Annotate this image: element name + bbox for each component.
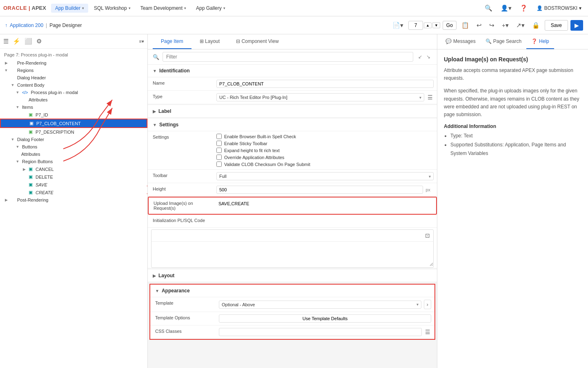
- undo-btn[interactable]: ↩: [474, 20, 484, 31]
- plsql-code-textarea[interactable]: [151, 242, 433, 266]
- p7-desc-icon: ▣: [29, 129, 33, 135]
- layout-header[interactable]: ▶ Layout: [148, 269, 437, 282]
- tree-item-dialog-header[interactable]: Dialog Header: [0, 74, 147, 81]
- tab-help[interactable]: ❓ Help: [526, 34, 554, 49]
- tree-item-delete[interactable]: ▣ DELETE: [0, 173, 147, 181]
- name-input[interactable]: [216, 80, 434, 88]
- lock-btn[interactable]: 🔒: [530, 20, 542, 31]
- spell-check-input[interactable]: [216, 134, 222, 139]
- tab-layout[interactable]: ⊞ Layout: [192, 34, 228, 49]
- layout-icon: ⊞: [200, 38, 204, 44]
- page-number-input[interactable]: [408, 21, 423, 30]
- tree-item-regions[interactable]: ▼ Regions: [0, 67, 147, 74]
- template-select-arrow: ▾: [416, 302, 419, 307]
- save-button[interactable]: Save: [545, 20, 568, 31]
- nav-sql-workshop[interactable]: SQL Workshop ▾: [90, 4, 135, 13]
- breadcrumb-app-link[interactable]: Application 200: [10, 22, 43, 28]
- nav-app-gallery[interactable]: App Gallery ▾: [192, 4, 229, 13]
- delete-icon: ▣: [29, 174, 33, 180]
- add-btn[interactable]: +▾: [499, 20, 511, 31]
- regions-caret: ▼: [3, 68, 9, 72]
- dialog-footer-label: Dialog Footer: [17, 137, 44, 142]
- sticky-toolbar-input[interactable]: [216, 141, 222, 146]
- nav-app-builder[interactable]: App Builder ▾: [51, 4, 88, 13]
- tree-item-p7-description[interactable]: ▣ P7_DESCRIPTION: [0, 128, 147, 136]
- tree-item-attributes[interactable]: Attributes: [0, 96, 147, 103]
- tree-item-p7-id[interactable]: ▣ P7_ID: [0, 111, 147, 119]
- tab-page-item[interactable]: Page Item: [153, 34, 192, 49]
- tab-component-view[interactable]: ⊟ Component View: [228, 34, 287, 49]
- additional-info-item-0: Type: Text: [450, 132, 581, 141]
- settings-header[interactable]: ▼ Settings: [148, 119, 437, 131]
- run-button[interactable]: ▶: [570, 20, 583, 31]
- override-app-input[interactable]: [216, 155, 222, 160]
- tree-view-btn[interactable]: ☰: [2, 36, 10, 47]
- code-area: ⊡: [151, 229, 434, 268]
- copy-page-btn[interactable]: 📋: [459, 20, 472, 31]
- p7-id-label: P7_ID: [36, 112, 48, 117]
- css-classes-label: CSS Classes: [150, 325, 216, 337]
- type-select[interactable]: UC - Rich Text Editor Pro [Plug-In] ▾: [216, 93, 424, 101]
- template-nav-btn[interactable]: ›: [424, 300, 431, 309]
- selection-btn[interactable]: ↗▾: [514, 20, 527, 31]
- appearance-title: Appearance: [162, 288, 190, 294]
- appearance-header[interactable]: ▼ Appearance: [150, 285, 434, 297]
- tab-page-search[interactable]: 🔍 Page Search: [481, 34, 526, 49]
- expand-code-btn[interactable]: ⊡: [423, 231, 432, 240]
- checkbox-override-app: Override Application Attributes: [216, 155, 434, 160]
- css-classes-list-btn[interactable]: ☰: [424, 328, 431, 336]
- page-up-btn[interactable]: ▲: [424, 22, 432, 28]
- user-menu-button[interactable]: 👤▾: [498, 3, 514, 13]
- name-value: [213, 77, 437, 90]
- css-classes-input[interactable]: [219, 328, 422, 336]
- help-para-2: When specified, the plug-in uploads imag…: [444, 87, 581, 119]
- help-button[interactable]: ❓: [517, 3, 530, 13]
- label-header[interactable]: ▶ Label: [148, 105, 437, 118]
- tree-item-cancel[interactable]: ▶ ▣ CANCEL: [0, 165, 147, 173]
- prop-row-toolbar: Toolbar Full ▾: [148, 170, 437, 183]
- toolbar-select[interactable]: Full ▾: [216, 172, 434, 180]
- tree-item-btn-attributes[interactable]: Attributes: [0, 150, 147, 158]
- tree-item-content-body[interactable]: ▼ Content Body: [0, 81, 147, 89]
- shared-view-btn[interactable]: ⬜: [23, 36, 34, 47]
- go-button[interactable]: Go: [443, 21, 457, 30]
- height-input[interactable]: [216, 186, 423, 194]
- type-label: Type: [148, 91, 213, 102]
- tree-item-p7-clob-content[interactable]: ▣ P7_CLOB_CONTENT: [0, 119, 147, 128]
- tree-item-dialog-footer[interactable]: ▼ Dialog Footer: [0, 136, 147, 143]
- scroll-up-arrow[interactable]: ↙: [416, 53, 424, 61]
- tree-item-pre-rendering[interactable]: ▶ Pre-Rendering: [0, 59, 147, 67]
- tree-item-save[interactable]: ▣ SAVE ◀: [0, 181, 147, 188]
- template-options-btn[interactable]: Use Template Defaults: [219, 314, 431, 323]
- type-list-btn[interactable]: ☰: [427, 93, 434, 101]
- template-select[interactable]: Optional - Above ▾: [219, 301, 421, 309]
- template-select-text: Optional - Above: [222, 302, 255, 307]
- scroll-arrows: ↙ ↘: [416, 53, 432, 61]
- sort-btn[interactable]: ≡▾: [138, 37, 146, 46]
- filter-input[interactable]: [163, 52, 413, 62]
- tree-item-region-buttons[interactable]: ▼ Region Buttons: [0, 158, 147, 165]
- identification-header[interactable]: ▼ Identification: [148, 65, 437, 77]
- settings-view-btn[interactable]: ⚙: [35, 36, 43, 47]
- upload-images-input[interactable]: [217, 200, 433, 207]
- tree-item-items[interactable]: ▼ Items: [0, 103, 147, 111]
- template-options-label: Template Options: [150, 312, 216, 323]
- expand-height-input[interactable]: [216, 148, 222, 153]
- new-page-icon[interactable]: 📄▾: [390, 20, 406, 31]
- page-down-btn[interactable]: ▼: [432, 22, 440, 28]
- username-button[interactable]: 👤 BOSTROWSKI ▾: [533, 4, 585, 13]
- component-icon: ⊟: [236, 38, 240, 44]
- tree-item-post-rendering[interactable]: ▶ Post-Rendering: [0, 196, 147, 204]
- tree-item-process-plugin[interactable]: ▼ </> Process plug-in - modal: [0, 89, 147, 96]
- toolbar-value: Full ▾: [213, 170, 437, 183]
- scroll-down-arrow[interactable]: ↘: [425, 53, 432, 61]
- label-caret: ▶: [153, 109, 156, 114]
- search-button[interactable]: 🔍: [482, 3, 495, 13]
- search-view-btn[interactable]: ⚡: [11, 36, 22, 47]
- tree-item-buttons[interactable]: ▼ Buttons: [0, 143, 147, 150]
- validate-clob-input[interactable]: [216, 162, 222, 167]
- redo-btn[interactable]: ↪: [487, 20, 497, 31]
- nav-team-development[interactable]: Team Development ▾: [136, 4, 190, 13]
- tab-messages[interactable]: 💬 Messages: [441, 34, 481, 49]
- tree-item-create[interactable]: ▣ CREATE ◀: [0, 188, 147, 196]
